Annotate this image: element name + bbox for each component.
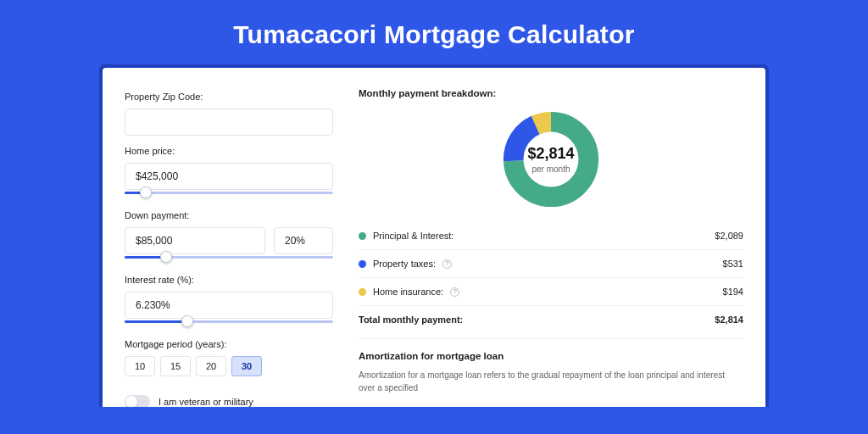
down-payment-slider[interactable]: [125, 251, 333, 264]
card-outer: Property Zip Code: Home price: Down paym…: [99, 64, 769, 407]
period-label: Mortgage period (years):: [125, 339, 333, 349]
info-icon[interactable]: ?: [450, 287, 459, 297]
veteran-toggle[interactable]: [125, 395, 150, 407]
donut-chart: $2,814 per month: [359, 107, 743, 212]
interest-slider[interactable]: [125, 315, 333, 329]
period-button-20[interactable]: 20: [196, 356, 226, 376]
donut-amount: $2,814: [527, 145, 574, 163]
legend-value: $2,089: [715, 231, 743, 241]
slider-thumb-icon[interactable]: [160, 251, 172, 263]
legend-row: Property taxes:?$531: [359, 249, 743, 277]
form-column: Property Zip Code: Home price: Down paym…: [125, 88, 333, 407]
slider-thumb-icon[interactable]: [140, 186, 152, 198]
zip-label: Property Zip Code:: [125, 92, 333, 102]
period-button-15[interactable]: 15: [160, 356, 191, 376]
legend-value: $531: [723, 259, 743, 269]
legend-label: Principal & Interest:: [373, 231, 453, 241]
legend-dot-icon: [359, 260, 366, 268]
period-buttons: 10152030: [125, 356, 333, 376]
zip-input[interactable]: [125, 108, 333, 136]
home-price-label: Home price:: [125, 146, 333, 156]
donut-sub: per month: [531, 164, 570, 174]
legend-dot-icon: [359, 288, 366, 296]
legend: Principal & Interest:$2,089Property taxe…: [359, 227, 743, 305]
veteran-label: I am veteran or military: [159, 397, 253, 407]
period-button-10[interactable]: 10: [125, 356, 155, 376]
legend-row: Principal & Interest:$2,089: [359, 227, 743, 249]
slider-thumb-icon[interactable]: [181, 315, 193, 327]
period-button-30[interactable]: 30: [231, 356, 262, 376]
legend-label: Home insurance:: [373, 287, 443, 297]
calculator-card: Property Zip Code: Home price: Down paym…: [103, 68, 765, 407]
total-value: $2,814: [715, 314, 743, 325]
page-title: Tumacacori Mortgage Calculator: [0, 0, 868, 64]
amortization-section: Amortization for mortgage loan Amortizat…: [359, 338, 743, 394]
home-price-slider[interactable]: [125, 186, 333, 200]
interest-label: Interest rate (%):: [125, 275, 333, 285]
total-row: Total monthly payment: $2,814: [359, 305, 743, 333]
legend-value: $194: [723, 287, 743, 297]
down-payment-label: Down payment:: [125, 210, 333, 220]
total-label: Total monthly payment:: [359, 314, 463, 325]
breakdown-title: Monthly payment breakdown:: [359, 88, 743, 98]
result-column: Monthly payment breakdown: $2,814 per mo…: [359, 88, 743, 407]
amortization-title: Amortization for mortgage loan: [359, 351, 743, 361]
legend-dot-icon: [359, 232, 366, 240]
legend-label: Property taxes:: [373, 259, 436, 269]
legend-row: Home insurance:?$194: [359, 277, 743, 305]
info-icon[interactable]: ?: [442, 259, 452, 269]
amortization-body: Amortization for a mortgage loan refers …: [359, 370, 743, 394]
